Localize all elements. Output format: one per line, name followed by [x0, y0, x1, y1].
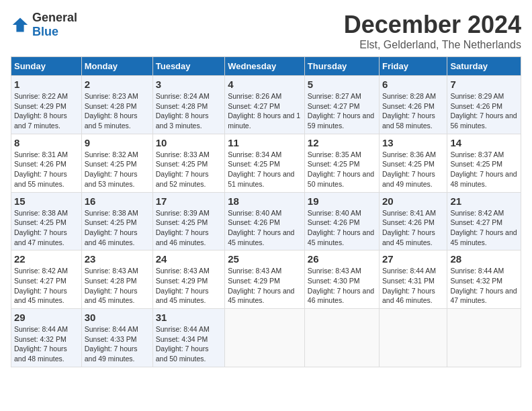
logo-text-blue: Blue: [32, 25, 58, 38]
cell-info: Sunrise: 8:35 AM Sunset: 4:25 PM Dayligh…: [308, 150, 376, 189]
cell-info: Sunrise: 8:37 AM Sunset: 4:25 PM Dayligh…: [450, 150, 518, 189]
calendar-cell: 27 Sunrise: 8:44 AM Sunset: 4:31 PM Dayl…: [380, 250, 447, 309]
calendar-cell: [380, 309, 447, 367]
cell-info: Sunrise: 8:43 AM Sunset: 4:28 PM Dayligh…: [85, 266, 150, 306]
cell-info: Sunrise: 8:43 AM Sunset: 4:30 PM Dayligh…: [308, 266, 376, 306]
column-header-thursday: Thursday: [304, 57, 379, 76]
day-number: 17: [156, 195, 222, 207]
day-number: 2: [85, 79, 150, 90]
logo-text-general: General: [32, 11, 77, 24]
calendar-week-3: 15 Sunrise: 8:38 AM Sunset: 4:25 PM Dayl…: [11, 192, 521, 250]
calendar-cell: 28 Sunrise: 8:44 AM Sunset: 4:32 PM Dayl…: [447, 250, 521, 309]
day-number: 21: [450, 195, 518, 207]
calendar-cell: 13 Sunrise: 8:36 AM Sunset: 4:25 PM Dayl…: [380, 134, 447, 192]
calendar-week-2: 8 Sunrise: 8:31 AM Sunset: 4:26 PM Dayli…: [11, 134, 521, 192]
logo-icon: [11, 15, 30, 34]
cell-info: Sunrise: 8:31 AM Sunset: 4:26 PM Dayligh…: [14, 150, 79, 189]
calendar-cell: 5 Sunrise: 8:27 AM Sunset: 4:27 PM Dayli…: [304, 76, 379, 134]
cell-info: Sunrise: 8:42 AM Sunset: 4:27 PM Dayligh…: [450, 208, 518, 248]
cell-info: Sunrise: 8:39 AM Sunset: 4:25 PM Dayligh…: [156, 208, 222, 248]
day-number: 7: [450, 79, 518, 90]
cell-info: Sunrise: 8:44 AM Sunset: 4:33 PM Dayligh…: [85, 324, 150, 364]
day-number: 18: [228, 195, 302, 207]
cell-info: Sunrise: 8:29 AM Sunset: 4:26 PM Dayligh…: [450, 91, 518, 131]
column-header-monday: Monday: [81, 57, 152, 76]
cell-info: Sunrise: 8:34 AM Sunset: 4:25 PM Dayligh…: [228, 150, 302, 189]
day-number: 15: [14, 195, 79, 207]
svg-marker-0: [13, 18, 28, 32]
calendar-cell: 25 Sunrise: 8:43 AM Sunset: 4:29 PM Dayl…: [225, 250, 305, 309]
calendar-week-4: 22 Sunrise: 8:42 AM Sunset: 4:27 PM Dayl…: [11, 250, 521, 309]
calendar-cell: 12 Sunrise: 8:35 AM Sunset: 4:25 PM Dayl…: [304, 134, 379, 192]
calendar-cell: 6 Sunrise: 8:28 AM Sunset: 4:26 PM Dayli…: [380, 76, 447, 134]
calendar-cell: 9 Sunrise: 8:32 AM Sunset: 4:25 PM Dayli…: [81, 134, 152, 192]
column-header-friday: Friday: [380, 57, 447, 76]
calendar-cell: 18 Sunrise: 8:40 AM Sunset: 4:26 PM Dayl…: [225, 192, 305, 250]
cell-info: Sunrise: 8:26 AM Sunset: 4:27 PM Dayligh…: [228, 91, 302, 131]
calendar-cell: 20 Sunrise: 8:41 AM Sunset: 4:26 PM Dayl…: [380, 192, 447, 250]
calendar-cell: 19 Sunrise: 8:40 AM Sunset: 4:26 PM Dayl…: [304, 192, 379, 250]
calendar-cell: [447, 309, 521, 367]
calendar-cell: 17 Sunrise: 8:39 AM Sunset: 4:25 PM Dayl…: [152, 192, 224, 250]
calendar-cell: 15 Sunrise: 8:38 AM Sunset: 4:25 PM Dayl…: [11, 192, 82, 250]
day-number: 6: [382, 79, 444, 90]
header-row: SundayMondayTuesdayWednesdayThursdayFrid…: [11, 57, 521, 76]
calendar-cell: 1 Sunrise: 8:22 AM Sunset: 4:29 PM Dayli…: [11, 76, 82, 134]
day-number: 20: [382, 195, 444, 207]
calendar-cell: [304, 309, 379, 367]
day-number: 26: [308, 253, 376, 265]
day-number: 30: [85, 312, 150, 323]
calendar-cell: 16 Sunrise: 8:38 AM Sunset: 4:25 PM Dayl…: [81, 192, 152, 250]
calendar-cell: 4 Sunrise: 8:26 AM Sunset: 4:27 PM Dayli…: [225, 76, 305, 134]
cell-info: Sunrise: 8:43 AM Sunset: 4:29 PM Dayligh…: [228, 266, 302, 306]
calendar-week-1: 1 Sunrise: 8:22 AM Sunset: 4:29 PM Dayli…: [11, 76, 521, 134]
cell-info: Sunrise: 8:41 AM Sunset: 4:26 PM Dayligh…: [382, 208, 444, 248]
calendar-cell: 11 Sunrise: 8:34 AM Sunset: 4:25 PM Dayl…: [225, 134, 305, 192]
logo: General Blue: [11, 11, 77, 39]
day-number: 28: [450, 253, 518, 265]
cell-info: Sunrise: 8:44 AM Sunset: 4:32 PM Dayligh…: [450, 266, 518, 306]
day-number: 22: [14, 253, 79, 265]
column-header-sunday: Sunday: [11, 57, 82, 76]
day-number: 8: [14, 137, 79, 148]
calendar-cell: 14 Sunrise: 8:37 AM Sunset: 4:25 PM Dayl…: [447, 134, 521, 192]
calendar-cell: [225, 309, 305, 367]
calendar-week-5: 29 Sunrise: 8:44 AM Sunset: 4:32 PM Dayl…: [11, 309, 521, 367]
cell-info: Sunrise: 8:24 AM Sunset: 4:28 PM Dayligh…: [156, 91, 222, 131]
day-number: 16: [85, 195, 150, 207]
day-number: 27: [382, 253, 444, 265]
cell-info: Sunrise: 8:42 AM Sunset: 4:27 PM Dayligh…: [14, 266, 79, 306]
day-number: 31: [156, 312, 222, 323]
calendar-cell: 7 Sunrise: 8:29 AM Sunset: 4:26 PM Dayli…: [447, 76, 521, 134]
calendar-cell: 30 Sunrise: 8:44 AM Sunset: 4:33 PM Dayl…: [81, 309, 152, 367]
day-number: 23: [85, 253, 150, 265]
day-number: 19: [308, 195, 376, 207]
day-number: 10: [156, 137, 222, 148]
cell-info: Sunrise: 8:36 AM Sunset: 4:25 PM Dayligh…: [382, 150, 444, 189]
calendar-cell: 24 Sunrise: 8:43 AM Sunset: 4:29 PM Dayl…: [152, 250, 224, 309]
cell-info: Sunrise: 8:22 AM Sunset: 4:29 PM Dayligh…: [14, 91, 79, 131]
cell-info: Sunrise: 8:32 AM Sunset: 4:25 PM Dayligh…: [85, 150, 150, 189]
header: General Blue December 2024 Elst, Gelderl…: [11, 11, 521, 51]
calendar-cell: 23 Sunrise: 8:43 AM Sunset: 4:28 PM Dayl…: [81, 250, 152, 309]
cell-info: Sunrise: 8:38 AM Sunset: 4:25 PM Dayligh…: [14, 208, 79, 248]
cell-info: Sunrise: 8:40 AM Sunset: 4:26 PM Dayligh…: [228, 208, 302, 248]
calendar-cell: 8 Sunrise: 8:31 AM Sunset: 4:26 PM Dayli…: [11, 134, 82, 192]
day-number: 3: [156, 79, 222, 90]
cell-info: Sunrise: 8:44 AM Sunset: 4:34 PM Dayligh…: [156, 324, 222, 364]
day-number: 29: [14, 312, 79, 323]
cell-info: Sunrise: 8:28 AM Sunset: 4:26 PM Dayligh…: [382, 91, 444, 131]
column-header-wednesday: Wednesday: [225, 57, 305, 76]
title-area: December 2024 Elst, Gelderland, The Neth…: [344, 11, 521, 51]
cell-info: Sunrise: 8:33 AM Sunset: 4:25 PM Dayligh…: [156, 150, 222, 189]
subtitle: Elst, Gelderland, The Netherlands: [344, 39, 521, 51]
day-number: 9: [85, 137, 150, 148]
main-title: December 2024: [344, 11, 521, 39]
day-number: 12: [308, 137, 376, 148]
calendar-cell: 31 Sunrise: 8:44 AM Sunset: 4:34 PM Dayl…: [152, 309, 224, 367]
day-number: 25: [228, 253, 302, 265]
column-header-tuesday: Tuesday: [152, 57, 224, 76]
calendar-cell: 10 Sunrise: 8:33 AM Sunset: 4:25 PM Dayl…: [152, 134, 224, 192]
calendar-table: SundayMondayTuesdayWednesdayThursdayFrid…: [11, 56, 521, 367]
column-header-saturday: Saturday: [447, 57, 521, 76]
